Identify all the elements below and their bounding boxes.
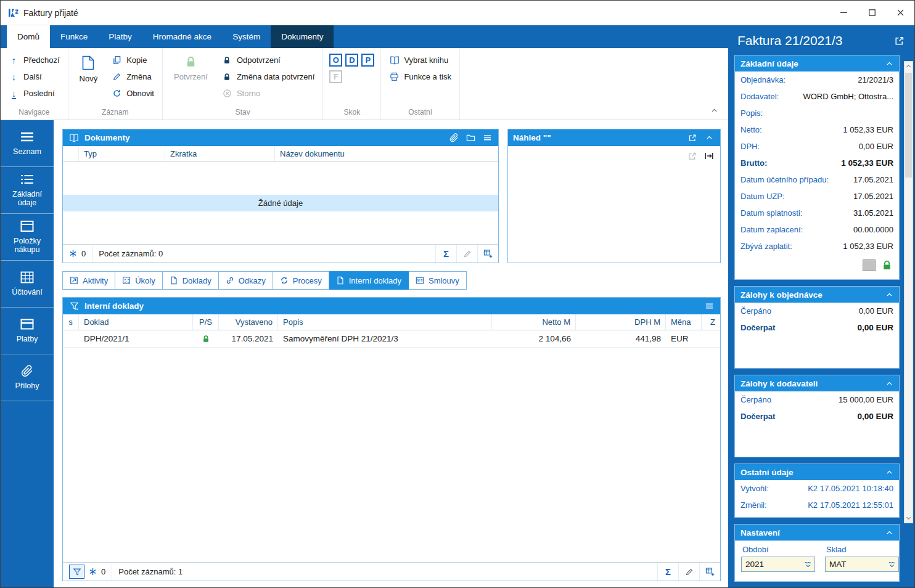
sidebar-item-uctovani[interactable]: Účtování bbox=[1, 261, 54, 308]
collapse-chevron-icon[interactable] bbox=[885, 468, 893, 476]
dokumenty-panel-title: Dokumenty bbox=[84, 133, 130, 142]
edit-button[interactable] bbox=[678, 563, 699, 581]
unconfirm-button[interactable]: Odpotvrzení bbox=[220, 52, 316, 68]
snowflake-icon bbox=[89, 568, 97, 576]
filter-icon[interactable] bbox=[68, 300, 80, 312]
detail-scrollbar[interactable] bbox=[904, 61, 913, 523]
jump-d-button[interactable]: D bbox=[345, 54, 358, 67]
sum-button[interactable]: Σ bbox=[657, 563, 678, 581]
field-zmenil: Změnil:K2 17.05.2021 12:55:01 bbox=[735, 497, 899, 513]
ribbon-tab-platby[interactable]: Platby bbox=[98, 25, 142, 48]
column-dph-m[interactable]: DPH M bbox=[576, 314, 666, 330]
filter-toggle[interactable]: 0 bbox=[63, 563, 112, 581]
freeze-count[interactable]: 0 bbox=[63, 245, 92, 263]
column-netto-m[interactable]: Netto M bbox=[492, 314, 576, 330]
group-label-stav: Stav bbox=[169, 106, 316, 118]
snowflake-icon bbox=[69, 250, 77, 258]
table-row[interactable]: DPH/2021/1 17.05.2021 Samovyměření DPH 2… bbox=[63, 330, 720, 348]
collapse-chevron-icon[interactable] bbox=[885, 291, 893, 299]
column-zkratka[interactable]: Zkratka bbox=[165, 146, 275, 161]
scrollbar-thumb[interactable] bbox=[905, 73, 912, 178]
sidebar-item-seznam[interactable]: Seznam bbox=[1, 120, 54, 167]
column-nazev-dokumentu[interactable]: Název dokumentu bbox=[275, 146, 498, 161]
external-link-icon[interactable] bbox=[894, 36, 905, 46]
column-mena[interactable]: Měna bbox=[666, 314, 702, 330]
folder-icon[interactable] bbox=[464, 132, 477, 144]
functions-print-button[interactable]: Funkce a tisk bbox=[387, 68, 453, 85]
confirm-button[interactable]: Potvrzení bbox=[169, 52, 213, 83]
previous-record-button[interactable]: ↑Předchozí bbox=[7, 52, 62, 68]
ribbon-tab-hromadne-akce[interactable]: Hromadné akce bbox=[142, 25, 222, 48]
storno-button[interactable]: Storno bbox=[220, 85, 316, 102]
tab-procesy[interactable]: Procesy bbox=[273, 271, 329, 290]
sklad-combo[interactable]: MAT bbox=[825, 557, 899, 572]
scroll-down-icon[interactable] bbox=[905, 515, 912, 521]
edit-button[interactable] bbox=[456, 245, 477, 263]
ribbon-tab-dokumenty[interactable]: Dokumenty bbox=[271, 25, 334, 48]
sum-button[interactable]: Σ bbox=[435, 245, 456, 263]
ribbon-tab-funkce[interactable]: Funkce bbox=[50, 25, 98, 48]
paperclip-icon[interactable] bbox=[448, 132, 460, 144]
collapse-chevron-icon[interactable] bbox=[885, 529, 893, 537]
collapse-chevron-icon[interactable] bbox=[885, 380, 893, 388]
ribbon-tab-system[interactable]: Systém bbox=[222, 25, 271, 48]
tab-doklady[interactable]: Doklady bbox=[163, 271, 219, 290]
cell-mena: EUR bbox=[666, 330, 702, 347]
grid-add-button[interactable] bbox=[477, 245, 498, 263]
column-ps[interactable]: P/S bbox=[193, 314, 219, 330]
paperclip-icon bbox=[21, 365, 33, 377]
window-controls bbox=[829, 1, 914, 25]
select-book-button[interactable]: Vybrat knihu bbox=[387, 52, 453, 68]
new-record-button[interactable]: Nový bbox=[75, 52, 103, 84]
scroll-up-icon[interactable] bbox=[905, 63, 912, 70]
column-vystaveno[interactable]: Vystaveno bbox=[219, 314, 278, 330]
fit-width-icon[interactable] bbox=[704, 151, 714, 161]
tab-aktivity[interactable]: Aktivity bbox=[62, 271, 115, 290]
app-window: Faktury přijaté Domů Funkce Platby Hroma… bbox=[0, 0, 915, 588]
tab-interni-doklady[interactable]: Interní doklady bbox=[329, 271, 409, 290]
collapse-chevron-icon[interactable] bbox=[703, 132, 715, 144]
grid-icon bbox=[20, 271, 34, 284]
obdobi-combo[interactable]: 2021 bbox=[741, 557, 815, 572]
change-confirm-date-button[interactable]: Změna data potvrzení bbox=[220, 68, 316, 85]
column-doklad[interactable]: Doklad bbox=[79, 314, 193, 330]
grid-add-button[interactable] bbox=[699, 563, 720, 581]
copy-button[interactable]: Kopie bbox=[110, 52, 156, 68]
sidebar-item-platby[interactable]: Platby bbox=[1, 308, 54, 354]
field-dph: DPH:0,00 EUR bbox=[735, 138, 899, 155]
tab-smlouvy[interactable]: Smlouvy bbox=[409, 271, 467, 290]
combo-dropdown-icon[interactable] bbox=[801, 557, 814, 571]
tab-ukoly[interactable]: Úkoly bbox=[115, 271, 163, 290]
filter-funnel-icon[interactable] bbox=[69, 565, 84, 579]
maximize-button[interactable] bbox=[858, 1, 886, 25]
column-s[interactable]: s bbox=[63, 314, 79, 330]
ribbon-tab-domu[interactable]: Domů bbox=[7, 25, 50, 48]
external-link-icon[interactable] bbox=[686, 132, 699, 144]
sidebar-item-prilohy[interactable]: Přílohy bbox=[1, 354, 54, 401]
sidebar-item-polozky-nakupu[interactable]: Položky nákupu bbox=[1, 214, 54, 261]
refresh-button[interactable]: Obnovit bbox=[110, 85, 156, 102]
column-typ[interactable]: Typ bbox=[79, 146, 165, 161]
minimize-button[interactable] bbox=[829, 1, 858, 25]
jump-f-button[interactable]: F bbox=[329, 70, 342, 83]
jump-o-button[interactable]: O bbox=[329, 54, 342, 67]
ribbon-collapse-chevron[interactable] bbox=[710, 107, 718, 115]
combo-dropdown-icon[interactable] bbox=[885, 557, 898, 571]
sidebar-item-zakladni-udaje[interactable]: Základní údaje bbox=[1, 167, 54, 214]
section-nastaveni: Nastavení Období 2021 Sklad bbox=[734, 524, 900, 582]
field-datum-splatnosti: Datum splatnosti:31.05.2021 bbox=[735, 205, 899, 221]
menu-icon[interactable] bbox=[703, 300, 715, 312]
next-record-button[interactable]: ↓Další bbox=[7, 68, 62, 85]
menu-icon[interactable] bbox=[481, 132, 493, 144]
jump-p-button[interactable]: P bbox=[361, 54, 374, 67]
close-button[interactable] bbox=[886, 1, 914, 25]
cell-doklad: DPH/2021/1 bbox=[79, 330, 193, 347]
window-title: Faktury přijaté bbox=[23, 8, 78, 18]
tab-odkazy[interactable]: Odkazy bbox=[219, 271, 273, 290]
last-record-button[interactable]: ↓Poslední bbox=[7, 85, 62, 102]
change-button[interactable]: Změna bbox=[110, 68, 156, 85]
open-external-icon[interactable] bbox=[687, 152, 697, 161]
collapse-chevron-icon[interactable] bbox=[885, 60, 893, 68]
column-z[interactable]: Z bbox=[702, 314, 720, 330]
column-popis[interactable]: Popis bbox=[278, 314, 492, 330]
